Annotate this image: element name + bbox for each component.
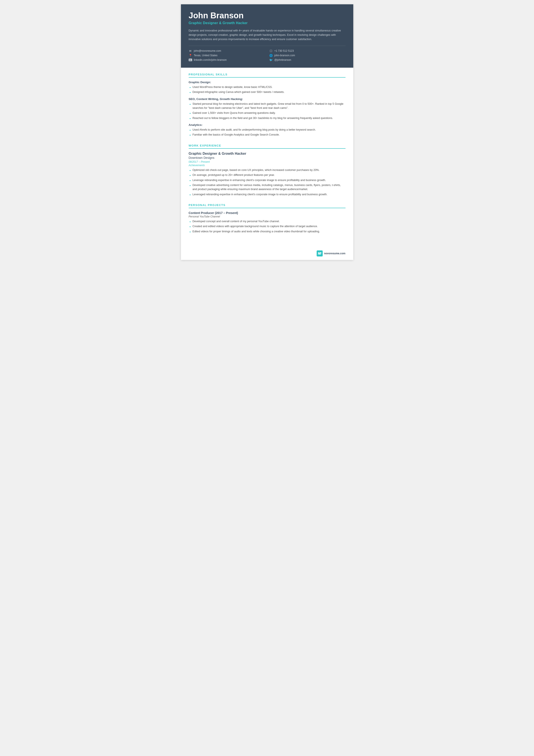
job-title: Graphic Designer & Growth Hacker [189,152,345,156]
work-date: 08/2017 – Present [189,160,345,163]
contact-linkedin: in linkedin.com/in/john-branson [189,58,265,62]
achievements-label: Achievements [189,164,345,167]
web-icon: 🌐 [269,54,273,57]
email-text: john@novoresume.com [194,49,221,52]
projects-section-title: PERSONAL PROJECTS [189,203,345,208]
seo-title: SEO, Content Writing, Growth Hacking: [189,97,345,101]
twitter-text: @johnbranson [274,58,291,62]
skills-section: PROFESSIONAL SKILLS Graphic Design: Used… [189,73,345,137]
graphic-design-list: Used WordPress theme to design website, … [190,85,345,94]
work-bullets: Optimized old check-out page, based on c… [190,168,345,197]
project-title: Content Producer (2017 – Present) [189,211,345,215]
twitter-icon: 🐦 [269,58,273,62]
list-item: Used WordPress theme to design website, … [190,85,345,89]
list-item: Developed creative advertising content f… [190,183,345,192]
list-item: Familiar with the basics of Google Analy… [190,133,345,137]
list-item: Leverage rebranding expertise in enhanci… [190,178,345,182]
candidate-name: John Branson [189,11,345,20]
novoresume-logo: novoresume.com [317,251,345,256]
list-item: Designed infographic using Canva which g… [190,90,345,94]
list-item: Optimized old check-out page, based on c… [190,168,345,172]
project-subtitle: Personal YouTube Channel [189,215,345,218]
work-section-title: WORK EXPERIENCE [189,144,345,149]
candidate-summary: Dynamic and innovative professional with… [189,28,345,41]
project-bullets: Developed concept and overall content of… [190,219,345,233]
location-icon: 📍 [189,54,192,57]
analytics-title: Analytics: [189,123,345,126]
contact-grid: ✉ john@novoresume.com ☐ +1 730 512 5123 … [189,46,345,62]
svg-point-0 [320,254,321,255]
resume-footer: novoresume.com [181,248,353,260]
website-text: john-branson.com [274,54,295,57]
linkedin-icon: in [189,59,192,61]
company-name: Downtown Designs [189,156,345,159]
list-item: Gained over 1,500+ visits from Quora fro… [190,111,345,115]
seo-list: Started personal blog for reviewing elec… [190,102,345,121]
list-item: Reached out to fellow bloggers in the fi… [190,116,345,120]
list-item: On average, prototyped up to 20+ differe… [190,173,345,177]
logo-svg [318,252,321,256]
skills-section-title: PROFESSIONAL SKILLS [189,73,345,78]
resume-body: PROFESSIONAL SKILLS Graphic Design: Used… [181,68,353,247]
list-item: Leveraged rebranding expertise in enhanc… [190,192,345,197]
graphic-design-title: Graphic Design: [189,81,345,84]
contact-location: 📍 Texas, United States [189,54,265,57]
list-item: Created and edited videos with appropria… [190,224,345,229]
phone-text: +1 730 512 5123 [274,49,294,52]
phone-icon: ☐ [269,49,273,53]
list-item: Developed concept and overall content of… [190,219,345,224]
projects-section: PERSONAL PROJECTS Content Producer (2017… [189,203,345,233]
logo-icon [317,251,323,256]
linkedin-text: linkedin.com/in/john-branson [194,58,227,62]
location-text: Texas, United States [194,54,217,57]
candidate-title: Graphic Designer & Growth Hacker [189,21,345,25]
contact-website: 🌐 john-branson.com [269,54,345,57]
contact-email: ✉ john@novoresume.com [189,49,265,53]
analytics-list: Used Ahrefs to perform site audit, and f… [190,128,345,137]
logo-text: novoresume.com [324,252,345,255]
email-icon: ✉ [189,49,192,53]
list-item: Edited videos for proper timings of audi… [190,230,345,233]
list-item: Used Ahrefs to perform site audit, and f… [190,128,345,132]
list-item: Started personal blog for reviewing elec… [190,102,345,110]
resume-header: John Branson Graphic Designer & Growth H… [181,4,353,68]
contact-twitter: 🐦 @johnbranson [269,58,345,62]
contact-phone: ☐ +1 730 512 5123 [269,49,345,53]
work-section: WORK EXPERIENCE Graphic Designer & Growt… [189,144,345,197]
resume-document: John Branson Graphic Designer & Growth H… [181,4,353,260]
